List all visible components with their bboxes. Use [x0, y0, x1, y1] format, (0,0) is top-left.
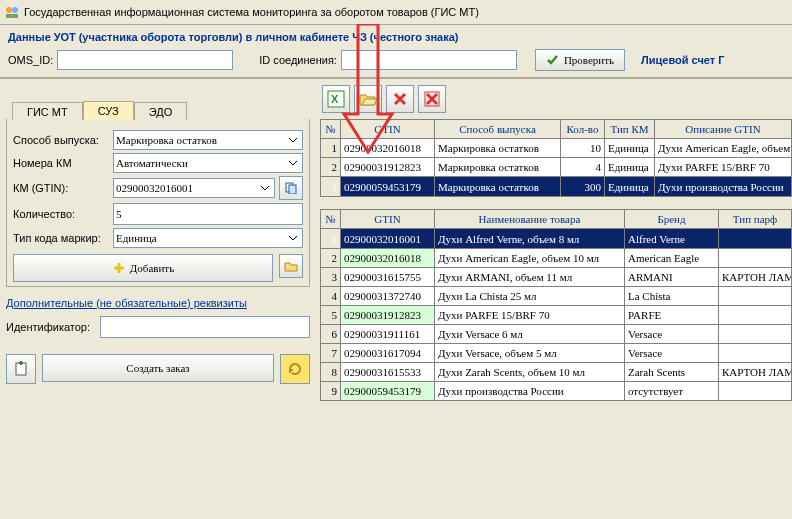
- create-order-button[interactable]: Создать заказ: [42, 354, 274, 382]
- extra-link[interactable]: Дополнительные (не обязательные) реквизи…: [6, 297, 247, 309]
- check-button-label: Проверить: [564, 54, 614, 66]
- open-button[interactable]: [354, 85, 382, 113]
- oms-row: OMS_ID: ID соединения: Проверить Лицевой…: [0, 45, 792, 78]
- col-type[interactable]: Тип КМ: [605, 120, 655, 139]
- table-row[interactable]: 402900031372740Духи La Chista 25 млLa Ch…: [321, 287, 792, 306]
- qty-label: Количество:: [13, 208, 109, 220]
- release-select[interactable]: Маркировка остатков: [113, 130, 303, 150]
- new-doc-button[interactable]: [6, 354, 36, 384]
- svg-point-0: [6, 7, 12, 13]
- table-row[interactable]: 302900059453179Маркировка остатков300Еди…: [321, 177, 792, 197]
- tab-edo[interactable]: ЭДО: [134, 102, 188, 120]
- col-way[interactable]: Способ выпуска: [435, 120, 561, 139]
- numbers-label: Номера КМ: [13, 157, 109, 169]
- add-button-label: Добавить: [130, 262, 174, 274]
- toolbar: X: [320, 85, 792, 113]
- col2-gtin[interactable]: GTIN: [341, 210, 435, 229]
- catalog-grid[interactable]: № GTIN Наименование товара Бренд Тип пар…: [320, 209, 792, 401]
- window-title: Государственная информационная система м…: [24, 6, 479, 18]
- ident-label: Идентификатор:: [6, 321, 96, 333]
- gtin-label: КМ (GTIN):: [13, 182, 109, 194]
- delete-all-button[interactable]: [418, 85, 446, 113]
- create-order-label: Создать заказ: [126, 362, 189, 374]
- check-button[interactable]: Проверить: [535, 49, 625, 71]
- app-icon: [4, 4, 20, 20]
- col-desc[interactable]: Описание GTIN: [655, 120, 792, 139]
- qty-input[interactable]: [113, 203, 303, 225]
- table-row[interactable]: 302900031615755Духи ARMANI, объем 11 млA…: [321, 268, 792, 287]
- table-row[interactable]: 702900031617094Духи Versace, объем 5 млV…: [321, 344, 792, 363]
- col2-perf[interactable]: Тип парф: [719, 210, 792, 229]
- col-gtin[interactable]: GTIN: [341, 120, 435, 139]
- svg-text:X: X: [331, 93, 339, 105]
- col2-name[interactable]: Наименование товара: [435, 210, 625, 229]
- svg-point-1: [12, 7, 18, 13]
- account-link[interactable]: Лицевой счет Г: [641, 54, 724, 66]
- section-header: Данные УОТ (участника оборота торговли) …: [0, 25, 792, 45]
- col-n[interactable]: №: [321, 120, 341, 139]
- table-row[interactable]: 202900032016018Духи American Eagle, объе…: [321, 249, 792, 268]
- gtin-copy-icon[interactable]: [279, 176, 303, 200]
- type-select[interactable]: Единица: [113, 228, 303, 248]
- table-row[interactable]: 902900059453179Духи производства Россиио…: [321, 382, 792, 401]
- ident-input[interactable]: [100, 316, 310, 338]
- col-qty[interactable]: Кол-во: [561, 120, 605, 139]
- table-row[interactable]: 502900031912823Духи PARFE 15/BRF 70PARFE: [321, 306, 792, 325]
- add-button[interactable]: Добавить: [13, 254, 273, 282]
- conn-id-label: ID соединения:: [259, 54, 337, 66]
- table-row[interactable]: 602900031911161Духи Versace 6 млVersace: [321, 325, 792, 344]
- numbers-select[interactable]: Автоматически: [113, 153, 303, 173]
- table-row[interactable]: 202900031912823Маркировка остатков4Едини…: [321, 158, 792, 177]
- delete-row-button[interactable]: [386, 85, 414, 113]
- conn-id-input[interactable]: [341, 50, 517, 70]
- check-icon: [546, 53, 560, 67]
- col2-brand[interactable]: Бренд: [625, 210, 719, 229]
- orders-grid[interactable]: № GTIN Способ выпуска Кол-во Тип КМ Опис…: [320, 119, 792, 197]
- oms-id-input[interactable]: [57, 50, 233, 70]
- refresh-button[interactable]: [280, 354, 310, 384]
- table-row[interactable]: 802900031615533Духи Zarah Scents, объем …: [321, 363, 792, 382]
- tabs: ГИС МТ СУЗ ЭДО: [6, 85, 310, 119]
- type-label: Тип кода маркир:: [13, 232, 109, 244]
- plus-icon: [112, 261, 126, 275]
- left-panel: ГИС МТ СУЗ ЭДО Способ выпуска:Маркировка…: [0, 78, 316, 400]
- open-folder-button[interactable]: [279, 254, 303, 278]
- excel-export-button[interactable]: X: [322, 85, 350, 113]
- release-label: Способ выпуска:: [13, 134, 109, 146]
- svg-rect-4: [289, 185, 296, 194]
- oms-id-label: OMS_ID:: [8, 54, 53, 66]
- table-row[interactable]: 102900032016001Духи Alfred Verne, объем …: [321, 229, 792, 249]
- table-row[interactable]: 102900032016018Маркировка остатков10Един…: [321, 139, 792, 158]
- svg-rect-2: [6, 14, 18, 18]
- titlebar: Государственная информационная система м…: [0, 0, 792, 25]
- gtin-select[interactable]: 02900032016001: [113, 178, 275, 198]
- tab-suz[interactable]: СУЗ: [83, 101, 134, 120]
- col2-n[interactable]: №: [321, 210, 341, 229]
- tab-gismt[interactable]: ГИС МТ: [12, 102, 83, 120]
- right-panel: X № GTIN Способ выпуска Кол-во Тип КМ Оп…: [316, 78, 792, 401]
